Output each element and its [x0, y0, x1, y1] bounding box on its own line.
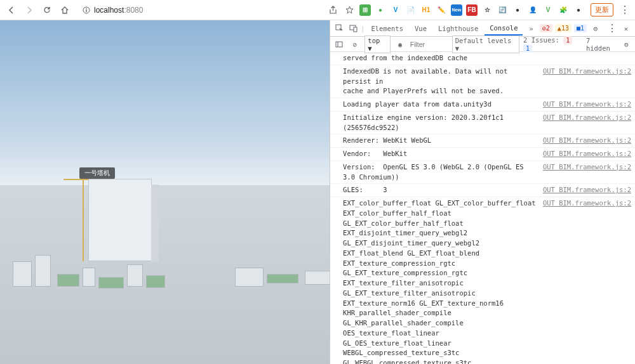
log-entry[interactable]: served from the indexedDB cache — [330, 52, 635, 65]
console-sidebar-icon[interactable] — [333, 38, 345, 51]
log-entry[interactable]: IndexedDB is not available. Data will no… — [330, 65, 635, 98]
log-message: Loading player data from data.unity3d — [343, 100, 543, 110]
log-entry[interactable]: Version: OpenGL ES 3.0 (WebGL 2.0 (OpenG… — [330, 161, 635, 185]
ext-icon-7[interactable]: New — [451, 4, 462, 16]
devtools-panel: | Elements Vue Lighthouse Console » ⊘ 2 … — [330, 20, 635, 364]
home-button[interactable] — [58, 4, 71, 16]
svg-rect-6 — [336, 42, 342, 47]
log-source[interactable]: OUT BIM.framework.js:2 — [543, 149, 631, 159]
device-icon[interactable] — [347, 22, 359, 35]
bookmark-icon[interactable] — [343, 4, 356, 16]
info-badge[interactable]: ■ 1 — [574, 24, 587, 32]
ext-icon-5[interactable]: H1 — [420, 4, 432, 16]
toolbar-icons: ⊞ ● V 📄 H1 ✏️ New FB ☆ 🔄 ● 👤 V 🧩 ● 更新 ⋮ — [326, 3, 630, 16]
address-bar[interactable]: localhost:8080 — [76, 3, 321, 18]
url-port: :8080 — [124, 6, 143, 15]
log-entry[interactable]: Initialize engine version: 2020.3.20f1c1… — [330, 112, 635, 135]
log-message: Version: OpenGL ES 3.0 (WebGL 2.0 (OpenG… — [343, 162, 543, 183]
log-message: Vendor: WebKit — [343, 149, 543, 159]
webgl-viewport[interactable]: 一号塔机 — [0, 20, 330, 364]
inspect-icon[interactable] — [333, 22, 345, 35]
log-source[interactable]: OUT BIM.framework.js:2 — [543, 113, 631, 133]
log-message: served from the indexedDB cache — [343, 53, 631, 63]
ext-icon-9[interactable]: ☆ — [481, 4, 493, 16]
log-entry[interactable]: Loading player data from data.unity3dOUT… — [330, 98, 635, 112]
error-badge[interactable]: ⊘ 2 — [540, 24, 552, 32]
ext-icon-13[interactable]: V — [542, 4, 554, 16]
ext-icon-1[interactable]: ⊞ — [359, 4, 371, 16]
log-entry[interactable]: GLES: 3OUT BIM.framework.js:2 — [330, 184, 635, 197]
svg-point-1 — [86, 8, 87, 9]
ext-icon-12[interactable]: 👤 — [527, 4, 538, 16]
log-source[interactable]: OUT BIM.framework.js:2 — [543, 136, 631, 146]
log-source[interactable]: OUT BIM.framework.js:2 — [543, 185, 631, 195]
log-message: Initialize engine version: 2020.3.20f1c1… — [343, 113, 543, 133]
hidden-label[interactable]: 7 hidden — [586, 37, 617, 52]
ext-icon-8[interactable]: FB — [466, 4, 478, 16]
settings-icon[interactable]: ⚙ — [589, 22, 602, 35]
warn-badge[interactable]: ▲ 13 — [555, 24, 572, 32]
crane-label: 一号塔机 — [79, 167, 115, 179]
tabs-overflow[interactable]: » — [524, 22, 538, 35]
share-icon[interactable] — [326, 4, 339, 16]
ext-icon-6[interactable]: ✏️ — [436, 4, 447, 16]
log-message: EXT_color_buffer_float GL_EXT_color_buff… — [343, 198, 543, 364]
tab-console[interactable]: Console — [485, 22, 523, 36]
back-button[interactable] — [5, 4, 18, 16]
menu-button[interactable]: ⋮ — [620, 4, 630, 16]
filter-input[interactable] — [410, 41, 448, 48]
tab-lighthouse[interactable]: Lighthouse — [433, 22, 483, 35]
svg-rect-2 — [86, 10, 86, 12]
forward-button[interactable] — [23, 4, 36, 16]
ext-icon-3[interactable]: V — [390, 4, 401, 16]
issues-label[interactable]: 2 Issues: 1 1 — [523, 36, 582, 53]
url-host: localhost — [94, 6, 124, 15]
eye-icon[interactable]: ◉ — [394, 38, 406, 51]
log-source[interactable]: OUT BIM.framework.js:2 — [543, 162, 631, 183]
ext-icon-2[interactable]: ● — [375, 4, 386, 16]
log-entry[interactable]: EXT_color_buffer_float GL_EXT_color_buff… — [330, 197, 635, 364]
tab-vue[interactable]: Vue — [410, 22, 432, 35]
clear-console-icon[interactable]: ⊘ — [349, 38, 361, 51]
ext-icon-4[interactable]: 📄 — [405, 4, 417, 16]
reload-button[interactable] — [41, 4, 53, 16]
ext-icon-10[interactable]: 🔄 — [497, 4, 508, 16]
log-message: IndexedDB is not available. Data will no… — [343, 67, 543, 96]
svg-rect-5 — [354, 27, 357, 32]
log-message: Renderer: WebKit WebGL — [343, 136, 543, 146]
tab-elements[interactable]: Elements — [366, 22, 408, 35]
update-button[interactable]: 更新 — [591, 3, 613, 16]
ext-icon-14[interactable]: 🧩 — [558, 4, 569, 16]
log-message: GLES: 3 — [343, 185, 543, 195]
log-entry[interactable]: Vendor: WebKitOUT BIM.framework.js:2 — [330, 148, 635, 161]
site-info-icon[interactable] — [83, 6, 90, 14]
close-devtools-icon[interactable]: ✕ — [620, 22, 632, 35]
browser-toolbar: localhost:8080 ⊞ ● V 📄 H1 ✏️ New FB ☆ 🔄 … — [0, 0, 635, 20]
log-source[interactable]: OUT BIM.framework.js:2 — [543, 100, 631, 110]
context-select[interactable]: top ▼ — [364, 36, 390, 53]
log-source[interactable]: OUT BIM.framework.js:2 — [543, 198, 631, 364]
console-toolbar: ⊘ top ▼ ◉ Default levels ▼ 2 Issues: 1 1… — [330, 37, 635, 52]
devtools-menu[interactable]: ⋮ — [607, 22, 617, 34]
levels-select[interactable]: Default levels ▼ — [452, 36, 519, 53]
log-source[interactable]: OUT BIM.framework.js:2 — [543, 67, 631, 96]
console-log[interactable]: served from the indexedDB cacheIndexedDB… — [330, 52, 635, 364]
ext-icon-15[interactable]: ● — [573, 4, 584, 16]
log-entry[interactable]: Renderer: WebKit WebGLOUT BIM.framework.… — [330, 134, 635, 148]
console-settings-icon[interactable]: ⚙ — [620, 38, 632, 51]
ext-icon-11[interactable]: ● — [512, 4, 523, 16]
devtools-tabs: | Elements Vue Lighthouse Console » ⊘ 2 … — [330, 20, 635, 37]
